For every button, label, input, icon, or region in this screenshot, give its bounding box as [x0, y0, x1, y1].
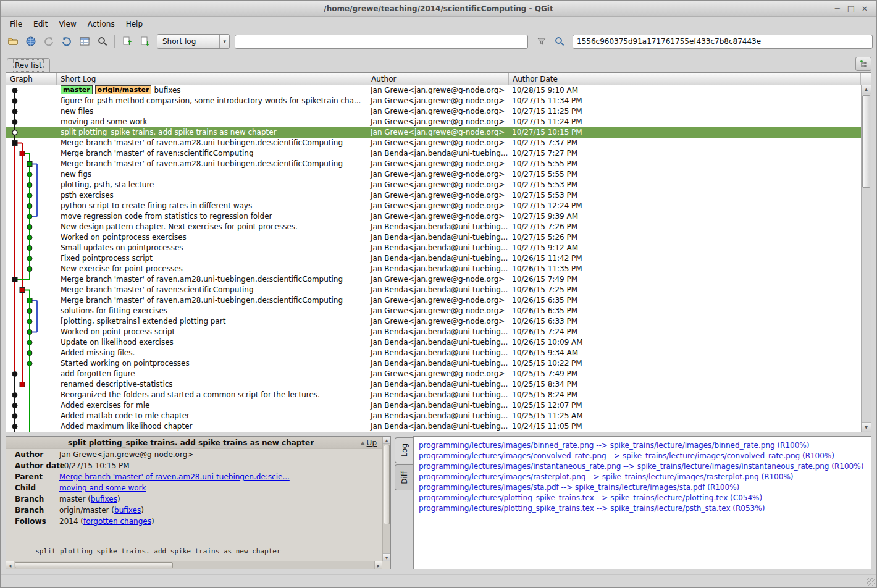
- filter-button[interactable]: [533, 33, 550, 50]
- minimize-button[interactable]: −: [831, 4, 844, 13]
- find-button[interactable]: [94, 33, 111, 50]
- table-row[interactable]: Worked on pointprocess exercisesJan Bend…: [6, 232, 871, 243]
- menu-file[interactable]: File: [4, 18, 28, 30]
- detail-link[interactable]: bufixes: [91, 495, 117, 503]
- details-horizontal-scrollbar[interactable]: ◀ ▶: [6, 561, 382, 569]
- table-row[interactable]: Small updates on pointprocessesJan Benda…: [6, 243, 871, 253]
- table-row[interactable]: New design pattern chapter. Next exercis…: [6, 222, 871, 232]
- scroll-up-icon[interactable]: ▲: [862, 85, 871, 94]
- table-row[interactable]: Merge branch 'master' of raven.am28.uni-…: [6, 159, 871, 169]
- filter-input[interactable]: [235, 35, 528, 49]
- table-row[interactable]: Worked on point process scriptJan Benda<…: [6, 327, 871, 337]
- menu-actions[interactable]: Actions: [82, 18, 120, 30]
- file-rename-entry[interactable]: programming/lectures/images/binned_rate.…: [419, 440, 866, 451]
- table-row[interactable]: moving and some workJan Grewe<jan.grewe@…: [6, 117, 871, 127]
- view-mode-select[interactable]: Short log ▾: [157, 34, 230, 49]
- file-rename-entry[interactable]: programming/lectures/images/convolved_ra…: [419, 451, 866, 461]
- back-button[interactable]: [40, 33, 57, 50]
- cell-author: Jan Grewe<jan.grewe@g-node.org>: [367, 138, 509, 148]
- refresh-button[interactable]: [22, 33, 39, 50]
- scroll-down-icon[interactable]: ▼: [862, 422, 871, 432]
- detail-field: Branchmaster (bufixes): [6, 494, 390, 505]
- tab-diff[interactable]: Diff: [395, 464, 413, 490]
- menu-edit[interactable]: Edit: [28, 18, 53, 30]
- table-row[interactable]: move regression code from statistics to …: [6, 211, 871, 222]
- detail-text: master (: [59, 495, 91, 503]
- table-row[interactable]: new figsJan Grewe<jan.grewe@g-node.org>1…: [6, 169, 871, 180]
- table-row[interactable]: Fixed pointprocess scriptJan Benda<jan.b…: [6, 253, 871, 264]
- menu-help[interactable]: Help: [120, 18, 148, 30]
- rev-list-scrollbar[interactable]: ▲ ▼: [861, 85, 871, 432]
- table-row[interactable]: renamed descriptive-statisticsJan Benda<…: [6, 379, 871, 390]
- scrollbar-thumb[interactable]: [15, 562, 173, 568]
- table-row[interactable]: New exercise for point processesJan Bend…: [6, 264, 871, 274]
- details-vertical-scrollbar[interactable]: ▲ ▼: [382, 437, 390, 561]
- table-row[interactable]: Update on likelihood exercisesJan Benda<…: [6, 337, 871, 348]
- file-rename-entry[interactable]: programming/lectures/images/sta.pdf --> …: [419, 482, 866, 493]
- scroll-down-icon[interactable]: ▼: [383, 553, 390, 561]
- scroll-right-icon[interactable]: ▶: [374, 561, 382, 569]
- forward-button[interactable]: [58, 33, 75, 50]
- detail-link[interactable]: Merge branch 'master' of raven.am28.uni-…: [59, 472, 290, 481]
- close-button[interactable]: ×: [858, 4, 871, 13]
- table-header: Graph Short Log Author Author Date: [6, 73, 871, 85]
- highlight-search-button[interactable]: [551, 33, 568, 50]
- table-row[interactable]: Added maximum likelihood chapterJan Bend…: [6, 421, 871, 432]
- table-row[interactable]: add forgotten figureJan Grewe<jan.grewe@…: [6, 369, 871, 379]
- detail-link[interactable]: bufixes: [114, 506, 141, 514]
- column-header-short-log[interactable]: Short Log: [57, 73, 367, 85]
- detail-link[interactable]: moving and some work: [59, 484, 146, 492]
- file-rename-entry[interactable]: programming/lectures/images/instantaneou…: [419, 461, 866, 472]
- cell-author: Jan Benda<jan.benda@uni-tuebing...: [367, 222, 509, 232]
- table-row[interactable]: python script to create firing rates in …: [6, 201, 871, 211]
- scrollbar-thumb[interactable]: [384, 445, 390, 524]
- tab-rev-list[interactable]: Rev list: [7, 58, 50, 73]
- file-rename-entry[interactable]: programming/lectures/plotting_spike_trai…: [419, 503, 866, 514]
- table-row[interactable]: [plotting, spiketrains] extended plottin…: [6, 316, 871, 327]
- detail-text: 2014 (: [59, 517, 83, 526]
- table-row[interactable]: Reorganized the folders and started a co…: [6, 390, 871, 400]
- table-row[interactable]: Merge branch 'master' of raven.am28.uni-…: [6, 138, 871, 148]
- table-row[interactable]: Added matlab code to mle chapterJan Bend…: [6, 411, 871, 421]
- cell-short-log: python script to create firing rates in …: [57, 201, 367, 211]
- apply-patch-button[interactable]: [136, 33, 153, 50]
- menu-view[interactable]: View: [53, 18, 82, 30]
- tree-view-button[interactable]: [855, 57, 871, 71]
- table-row[interactable]: new filesJan Grewe<jan.grewe@g-node.org>…: [6, 106, 871, 117]
- file-rename-entry[interactable]: programming/lectures/plotting_spike_trai…: [419, 493, 866, 503]
- table-row[interactable]: plotting, psth, sta lectureJan Grewe<jan…: [6, 180, 871, 190]
- table-row[interactable]: Merge branch 'master' of raven:scientifi…: [6, 285, 871, 295]
- table-row[interactable]: solutions for fitting exercisesJan Grewe…: [6, 306, 871, 316]
- table-row[interactable]: Merge branch 'master' of raven:scientifi…: [6, 148, 871, 159]
- column-header-graph[interactable]: Graph: [6, 73, 57, 85]
- grid-icon: [79, 36, 90, 47]
- cell-date: 10/26/15 9:34 AM: [509, 348, 871, 358]
- column-header-author-date[interactable]: Author Date: [509, 73, 861, 85]
- cell-author: Jan Benda<jan.benda@uni-tuebing...: [367, 390, 509, 400]
- table-row[interactable]: Started working on pointprocessesJan Ben…: [6, 358, 871, 369]
- detail-field: ParentMerge branch 'master' of raven.am2…: [6, 471, 390, 482]
- column-header-author[interactable]: Author: [367, 73, 509, 85]
- scrollbar-thumb[interactable]: [862, 95, 870, 188]
- scroll-left-icon[interactable]: ◀: [6, 561, 14, 569]
- cell-date: 10/27/15 5:26 PM: [509, 232, 871, 243]
- open-repo-button[interactable]: [4, 33, 21, 50]
- table-row[interactable]: split plotting_spike trains. add spike t…: [6, 127, 871, 138]
- table-row[interactable]: Merge branch 'master' of raven.am28.uni-…: [6, 295, 871, 306]
- scroll-up-icon[interactable]: ▲: [383, 437, 390, 444]
- table-row[interactable]: Added exercises for mleJan Benda<jan.ben…: [6, 400, 871, 411]
- format-patch-button[interactable]: [119, 33, 135, 50]
- resize-grip[interactable]: [867, 578, 875, 586]
- up-button[interactable]: ▲ Up: [361, 437, 377, 449]
- table-row[interactable]: masterorigin/masterbufixesJan Grewe<jan.…: [6, 85, 871, 96]
- view-revision-button[interactable]: [76, 33, 93, 50]
- detail-link[interactable]: forgotten changes: [83, 517, 151, 526]
- file-rename-entry[interactable]: programming/lectures/images/rasterplot.p…: [419, 472, 866, 482]
- sha-input[interactable]: [573, 35, 873, 49]
- table-row[interactable]: Added missing files.Jan Benda<jan.benda@…: [6, 348, 871, 358]
- maximize-button[interactable]: □: [844, 4, 858, 13]
- table-row[interactable]: Merge branch 'master' of raven.am28.uni-…: [6, 274, 871, 285]
- tab-log[interactable]: Log: [395, 437, 413, 463]
- table-row[interactable]: psth exercisesJan Grewe<jan.grewe@g-node…: [6, 190, 871, 201]
- table-row[interactable]: figure for psth method comparsion, some …: [6, 96, 871, 106]
